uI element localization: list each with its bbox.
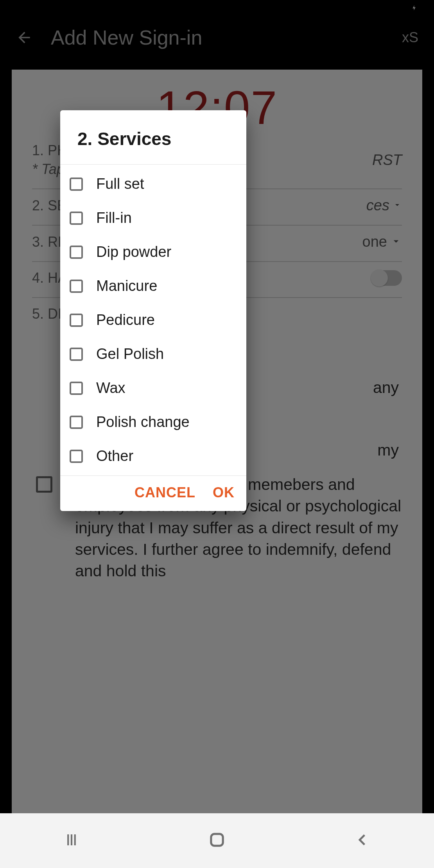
ok-button[interactable]: OK	[213, 484, 235, 501]
service-label: Polish change	[96, 414, 190, 430]
dialog-buttons: CANCEL OK	[60, 476, 246, 511]
system-nav-bar	[0, 813, 434, 868]
service-option[interactable]: Pedicure	[60, 303, 246, 337]
service-label: Wax	[96, 380, 126, 396]
service-option[interactable]: Manicure	[60, 269, 246, 303]
android-back-button[interactable]	[354, 832, 371, 850]
checkbox-icon[interactable]	[70, 212, 83, 225]
service-label: Full set	[96, 176, 144, 192]
service-option[interactable]: Polish change	[60, 405, 246, 439]
chevron-left-icon	[354, 832, 371, 848]
service-option[interactable]: Other	[60, 439, 246, 473]
service-option[interactable]: Dip powder	[60, 235, 246, 269]
checkbox-icon[interactable]	[70, 178, 83, 191]
service-label: Dip powder	[96, 244, 171, 260]
services-list: Full setFill-inDip powderManicurePedicur…	[60, 165, 246, 475]
checkbox-icon[interactable]	[70, 314, 83, 327]
checkbox-icon[interactable]	[70, 348, 83, 361]
service-option[interactable]: Fill-in	[60, 201, 246, 235]
service-label: Pedicure	[96, 312, 155, 328]
service-label: Manicure	[96, 278, 157, 294]
home-button[interactable]	[207, 830, 227, 852]
home-icon	[207, 830, 227, 850]
service-option[interactable]: Gel Polish	[60, 337, 246, 371]
service-option[interactable]: Full set	[60, 167, 246, 201]
dialog-title: 2. Services	[60, 110, 246, 164]
recents-button[interactable]	[63, 832, 80, 850]
services-dialog: 2. Services Full setFill-inDip powderMan…	[60, 110, 246, 511]
checkbox-icon[interactable]	[70, 280, 83, 293]
checkbox-icon[interactable]	[70, 246, 83, 259]
recents-icon	[63, 832, 80, 848]
checkbox-icon[interactable]	[70, 450, 83, 463]
checkbox-icon[interactable]	[70, 416, 83, 429]
service-label: Other	[96, 448, 133, 464]
cancel-button[interactable]: CANCEL	[135, 484, 195, 501]
svg-rect-0	[211, 834, 223, 846]
checkbox-icon[interactable]	[70, 382, 83, 395]
service-label: Gel Polish	[96, 346, 164, 362]
service-label: Fill-in	[96, 210, 132, 226]
service-option[interactable]: Wax	[60, 371, 246, 405]
